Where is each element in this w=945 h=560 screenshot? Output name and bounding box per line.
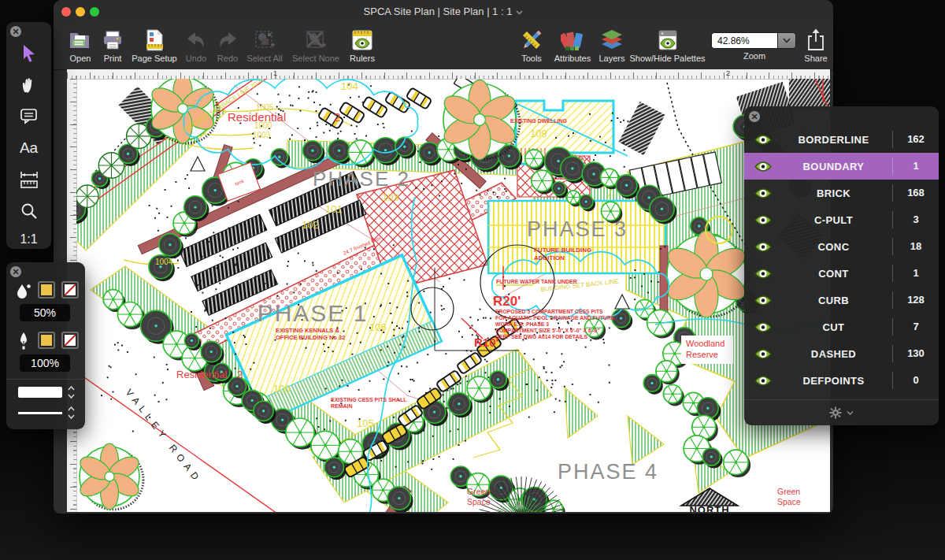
show-hide-palettes-button[interactable]: Show/Hide Palettes xyxy=(622,28,713,63)
actual-size-tool[interactable]: 1:1 xyxy=(6,225,51,254)
print-button[interactable]: Print xyxy=(98,28,128,63)
line-style-preview[interactable] xyxy=(18,412,62,414)
zoom-combobox[interactable]: 42.86% xyxy=(711,32,796,49)
fill-color-swatch[interactable] xyxy=(38,281,55,299)
share-label: Share xyxy=(797,54,833,63)
layer-row-c-pult[interactable]: C-PULT3 xyxy=(744,206,939,233)
layer-visibility-eye-icon[interactable] xyxy=(751,321,775,334)
layer-row-conc[interactable]: CONC18 xyxy=(744,233,939,260)
open-button[interactable]: Open xyxy=(63,28,98,63)
no-color-icon xyxy=(61,281,79,299)
layer-name: CURB xyxy=(775,295,892,306)
stroke-none-swatch[interactable] xyxy=(61,332,79,349)
north-arrow: NORTH xyxy=(681,488,738,512)
svg-text:PHASE 2: PHASE 2 xyxy=(313,167,410,191)
layer-row-defpoints[interactable]: DEFPOINTS0 xyxy=(744,367,939,394)
layer-visibility-eye-icon[interactable] xyxy=(751,160,775,173)
annotation-tool[interactable] xyxy=(6,102,51,131)
fill-opacity-value[interactable]: 50% xyxy=(20,304,70,321)
layer-visibility-eye-icon[interactable] xyxy=(751,133,775,146)
svg-text:Woodland: Woodland xyxy=(686,339,724,348)
svg-text:EXISTING DWELLING: EXISTING DWELLING xyxy=(510,118,568,124)
svg-text:103: 103 xyxy=(382,191,399,203)
tools-palette: ✕ Aa 1:1 xyxy=(6,22,51,249)
select-none-icon xyxy=(287,28,345,53)
svg-text:1000: 1000 xyxy=(254,121,272,130)
fill-opacity-text: 50% xyxy=(34,306,56,319)
zoom-search-tool[interactable] xyxy=(6,197,51,225)
svg-text:106: 106 xyxy=(369,321,387,333)
zoom-dropdown-chevron-icon[interactable] xyxy=(777,32,796,49)
layer-visibility-eye-icon[interactable] xyxy=(751,240,775,254)
share-button[interactable]: Share xyxy=(797,28,833,63)
select-none-button[interactable]: Select None xyxy=(287,28,345,63)
layers-palette-close-icon[interactable]: ✕ xyxy=(749,111,760,122)
layer-visibility-eye-icon[interactable] xyxy=(751,347,775,361)
palette-divider xyxy=(6,379,85,380)
stroke-opacity-value[interactable]: 100% xyxy=(20,354,70,372)
tools-button[interactable]: Tools xyxy=(514,28,549,63)
svg-text:Residential: Residential xyxy=(176,369,227,380)
svg-text:1004: 1004 xyxy=(155,258,173,266)
redo-button[interactable]: Redo xyxy=(213,28,243,63)
layer-row-dashed[interactable]: DASHED130 xyxy=(744,340,939,367)
layer-visibility-eye-icon[interactable] xyxy=(751,267,775,280)
layer-count: 128 xyxy=(892,291,939,309)
layers-palette-footer xyxy=(744,399,939,425)
magnifier-icon xyxy=(20,202,38,220)
layer-count: 18 xyxy=(892,238,939,255)
select-all-button[interactable]: Select All xyxy=(244,28,285,63)
layer-count: 3 xyxy=(892,211,939,228)
layer-row-cont[interactable]: CONT1 xyxy=(744,260,939,287)
svg-text:EXISTING CESS PITS SHALL: EXISTING CESS PITS SHALL xyxy=(331,397,407,402)
svg-text:EXISTING KENNALS &: EXISTING KENNALS & xyxy=(276,327,339,334)
select-arrow-tool[interactable] xyxy=(6,39,51,68)
arrow-cursor-icon xyxy=(20,44,38,63)
dimension-tool[interactable] xyxy=(6,165,51,194)
text-tool[interactable]: Aa xyxy=(6,134,51,162)
printer-icon xyxy=(98,28,128,53)
attributes-button[interactable]: Attributes xyxy=(550,28,595,63)
fill-palette-close-icon[interactable]: ✕ xyxy=(10,266,21,277)
layer-visibility-eye-icon[interactable] xyxy=(751,294,775,307)
layer-count: 0 xyxy=(892,372,939,389)
stroke-color-swatch[interactable] xyxy=(38,332,55,349)
layer-count: 130 xyxy=(892,345,939,362)
layer-row-boundary[interactable]: BOUNDARY1 xyxy=(744,153,939,180)
site-plan-drawing[interactable]: tank NORTH PHASE 1 PHASE 2 PHASE 3 PHASE… xyxy=(76,79,830,512)
rulers-button[interactable]: Rulers xyxy=(345,28,380,63)
line-width-preview[interactable] xyxy=(18,387,62,398)
zoom-label: Zoom xyxy=(731,51,778,61)
line-style-stepper[interactable] xyxy=(66,404,76,421)
svg-text:FOR AQUATIC POOL DRAINAGE AND: FOR AQUATIC POOL DRAINAGE AND FUTURE xyxy=(495,315,615,321)
gear-icon[interactable] xyxy=(829,406,842,419)
footer-chevron-down-icon[interactable] xyxy=(847,410,854,416)
fill-none-swatch[interactable] xyxy=(61,281,79,299)
fill-droplet-icon xyxy=(16,283,32,300)
canvas-area[interactable]: 1 2 xyxy=(67,69,830,512)
line-width-stepper[interactable] xyxy=(66,384,76,401)
undo-button[interactable]: Undo xyxy=(181,28,211,63)
layer-row-cut[interactable]: CUT7 xyxy=(744,313,939,340)
svg-text:PHASE 1: PHASE 1 xyxy=(258,300,369,326)
layer-visibility-eye-icon[interactable] xyxy=(751,187,775,200)
select-all-label: Select All xyxy=(244,54,285,63)
open-label: Open xyxy=(63,54,98,63)
page-setup-button[interactable]: Page Setup xyxy=(129,28,180,63)
zoom-value[interactable]: 42.86% xyxy=(711,32,777,49)
select-none-label: Select None xyxy=(287,54,345,63)
layer-name: C-PULT xyxy=(775,214,892,226)
print-label: Print xyxy=(98,54,128,63)
layer-row-borderline[interactable]: BORDERLINE162 xyxy=(744,126,939,153)
redo-label: Redo xyxy=(213,54,243,63)
layer-visibility-eye-icon[interactable] xyxy=(751,213,775,227)
pan-hand-tool[interactable] xyxy=(6,71,51,99)
tools-palette-close-icon[interactable]: ✕ xyxy=(10,26,21,37)
attributes-icon xyxy=(550,28,595,53)
layer-visibility-eye-icon[interactable] xyxy=(751,374,775,388)
layer-count: 7 xyxy=(892,318,939,336)
layer-row-brick[interactable]: BRICK168 xyxy=(744,180,939,206)
layer-name: CUT xyxy=(775,321,892,333)
layer-row-curb[interactable]: CURB128 xyxy=(744,287,939,313)
text-tool-label: Aa xyxy=(20,139,38,157)
